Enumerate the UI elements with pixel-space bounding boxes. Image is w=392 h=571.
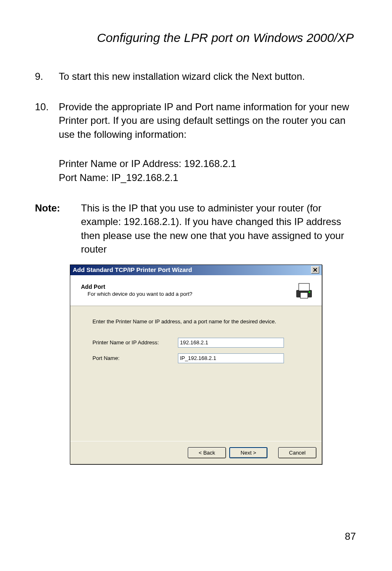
next-button[interactable]: Next > — [229, 447, 267, 458]
note-label: Note: — [35, 201, 81, 256]
note: Note: This is the IP that you use to adm… — [35, 201, 357, 256]
dialog-header-sub: For which device do you want to add a po… — [88, 291, 192, 297]
page-number: 87 — [345, 531, 356, 542]
svg-rect-2 — [300, 292, 308, 298]
step-detail-1: Printer Name or IP Address: 192.168.2.1 — [59, 157, 357, 171]
step-number: 10. — [35, 100, 59, 185]
svg-rect-1 — [299, 283, 309, 291]
wizard-dialog: Add Standard TCP/IP Printer Port Wizard … — [70, 265, 322, 464]
note-text: This is the IP that you use to administe… — [81, 201, 357, 256]
ip-address-label: Printer Name or IP Address: — [92, 339, 178, 346]
dialog-header: Add Port For which device do you want to… — [70, 275, 322, 306]
dialog-title: Add Standard TCP/IP Printer Port Wizard — [73, 266, 192, 273]
dialog-footer: < Back Next > Cancel — [70, 441, 322, 464]
close-button[interactable] — [311, 266, 319, 274]
port-name-input[interactable] — [178, 353, 284, 363]
dialog-titlebar: Add Standard TCP/IP Printer Port Wizard — [70, 265, 322, 275]
page-title: Configuring the LPR port on Windows 2000… — [35, 31, 357, 45]
printer-icon — [295, 281, 314, 300]
step-9: 9. To start this new installation wizard… — [35, 70, 357, 84]
step-10: 10. Provide the appropriate IP and Port … — [35, 100, 357, 185]
step-detail-2: Port Name: IP_192.168.2.1 — [59, 171, 357, 185]
dialog-instruction: Enter the Printer Name or IP address, an… — [92, 318, 304, 325]
step-number: 9. — [35, 70, 59, 84]
back-button[interactable]: < Back — [188, 447, 226, 458]
dialog-body: Enter the Printer Name or IP address, an… — [70, 306, 322, 441]
ip-address-input[interactable] — [178, 338, 284, 348]
port-name-label: Port Name: — [92, 355, 178, 361]
svg-point-3 — [309, 291, 310, 293]
step-text: Provide the appropriate IP and Port name… — [59, 100, 357, 142]
close-icon — [313, 268, 317, 272]
dialog-header-title: Add Port — [81, 283, 192, 290]
cancel-button[interactable]: Cancel — [278, 447, 316, 458]
step-text: To start this new installation wizard cl… — [59, 70, 357, 84]
